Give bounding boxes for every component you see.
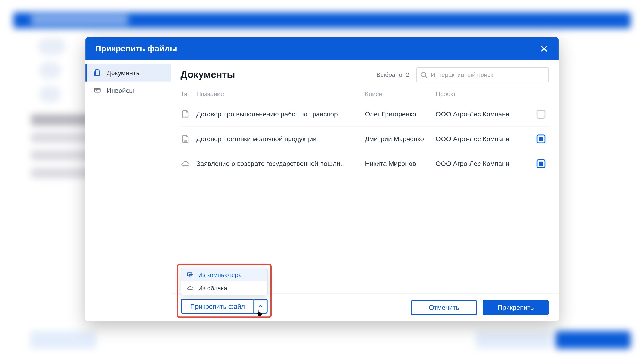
cloud-icon: [187, 285, 194, 292]
svg-text:doc: doc: [184, 115, 187, 117]
attach-label: Прикрепить: [498, 303, 534, 311]
file-doc-icon: doc: [180, 109, 190, 119]
col-client: Клиент: [365, 90, 436, 97]
invoices-icon: [93, 86, 101, 94]
svg-rect-5: [188, 273, 192, 276]
cancel-label: Отменить: [429, 303, 459, 311]
table-row[interactable]: doc Договор поставки молочной продукции …: [180, 127, 549, 151]
modal-sidebar: Документы Инвойсы: [85, 60, 171, 321]
menu-item-label: Из облака: [198, 285, 227, 292]
cloud-icon: [180, 159, 190, 168]
table-row[interactable]: doc Договор про выполенению работ по тра…: [180, 102, 549, 127]
sidebar-item-invoices[interactable]: Инвойсы: [85, 82, 171, 99]
search-icon: [420, 71, 427, 78]
attach-button[interactable]: Прикрепить: [482, 300, 549, 315]
svg-text:doc: doc: [184, 140, 187, 142]
close-icon: [540, 45, 548, 52]
menu-item-label: Из компьютера: [198, 271, 242, 278]
attach-files-modal: Прикрепить файлы Документы: [85, 37, 559, 321]
row-checkbox[interactable]: [536, 159, 545, 168]
row-name: Заявление о возврате государственной пош…: [196, 160, 365, 167]
documents-table: Тип Название Клиент Проект doc Договор п…: [180, 87, 549, 176]
search-input[interactable]: [416, 67, 549, 82]
modal-header: Прикрепить файлы: [85, 37, 559, 60]
svg-point-2: [421, 72, 426, 76]
row-client: Дмитрий Марченко: [365, 135, 436, 142]
col-type: Тип: [180, 90, 196, 97]
attach-file-label: Прикрепить файл: [190, 302, 245, 310]
attach-source-menu: Из компьютера Из облака: [181, 268, 268, 295]
col-project: Проект: [436, 90, 533, 97]
attach-file-highlight: Из компьютера Из облака Прикр: [177, 264, 272, 318]
selected-count: Выбрано: 2: [376, 71, 409, 78]
svg-rect-0: [94, 88, 100, 92]
close-button[interactable]: [539, 44, 549, 54]
chevron-up-icon: [258, 303, 263, 309]
row-checkbox[interactable]: [536, 109, 545, 118]
cancel-button[interactable]: Отменить: [411, 300, 478, 315]
attach-file-split-button: Прикрепить файл: [181, 299, 268, 314]
sidebar-item-documents[interactable]: Документы: [85, 64, 171, 82]
row-project: ООО Агро-Лес Компани: [436, 110, 533, 118]
sidebar-item-label: Инвойсы: [107, 87, 134, 94]
search-field[interactable]: [416, 67, 549, 82]
pointer-cursor-icon: [256, 309, 264, 317]
row-checkbox[interactable]: [536, 134, 545, 143]
row-client: Никита Миронов: [365, 160, 436, 167]
row-project: ООО Агро-Лес Компани: [436, 160, 533, 167]
attach-file-button[interactable]: Прикрепить файл: [181, 299, 254, 314]
row-name: Договор про выполенению работ по транспо…: [196, 110, 365, 118]
modal-main: Документы Выбрано: 2 Тип: [171, 60, 559, 321]
menu-item-from-computer[interactable]: Из компьютера: [181, 268, 267, 281]
row-client: Олег Григоренко: [365, 110, 436, 118]
col-name: Название: [196, 90, 365, 97]
documents-icon: [93, 69, 101, 77]
main-title: Документы: [180, 69, 235, 81]
file-doc-icon: doc: [180, 134, 190, 144]
table-row[interactable]: Заявление о возврате государственной пош…: [180, 151, 549, 176]
row-name: Договор поставки молочной продукции: [196, 135, 365, 142]
attach-file-dropdown-toggle[interactable]: [254, 299, 268, 314]
sidebar-item-label: Документы: [107, 69, 141, 76]
computer-icon: [187, 271, 194, 278]
menu-item-from-cloud[interactable]: Из облака: [181, 281, 267, 295]
row-project: ООО Агро-Лес Компани: [436, 135, 533, 142]
modal-title: Прикрепить файлы: [95, 44, 177, 54]
